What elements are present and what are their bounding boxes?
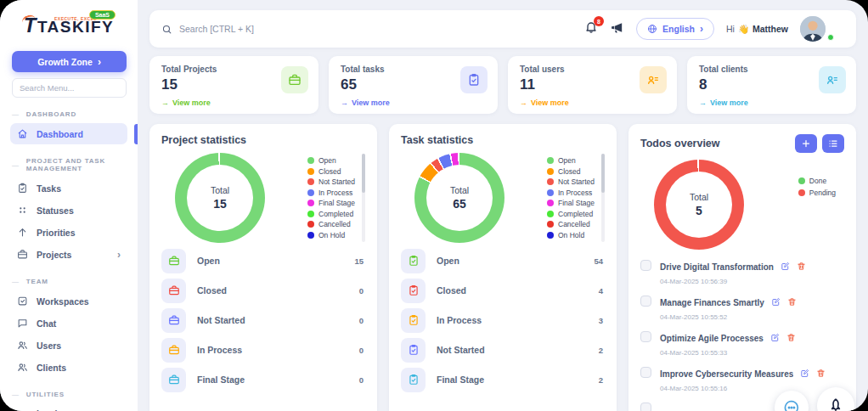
briefcase-icon — [281, 66, 308, 93]
edit-icon[interactable] — [781, 259, 790, 274]
todo-list-button[interactable] — [822, 134, 844, 153]
edit-icon[interactable] — [800, 366, 809, 381]
avatar-image — [800, 16, 826, 42]
rocket-fab-button[interactable] — [817, 387, 854, 411]
chat-fab-button[interactable] — [775, 391, 809, 411]
legend-scrollbar[interactable] — [362, 154, 365, 242]
status-count: 0 — [359, 375, 365, 385]
legend-item[interactable]: In Process — [547, 189, 595, 197]
arrow-right-icon — [699, 99, 707, 107]
legend-item[interactable]: On Hold — [307, 231, 355, 239]
notifications-button[interactable]: 8 — [584, 20, 598, 37]
sidebar-item-projects[interactable]: Projects › — [10, 244, 127, 265]
status-row: Closed 4 — [401, 278, 605, 303]
legend-dot — [307, 189, 314, 196]
trash-icon[interactable] — [786, 330, 796, 346]
briefcase-icon — [161, 249, 186, 273]
tasks-icon — [17, 183, 28, 194]
todo-checkbox[interactable] — [640, 331, 651, 342]
growth-zone-button[interactable]: Growth Zone — [12, 51, 127, 72]
todo-checkbox[interactable] — [640, 260, 651, 271]
todo-checkbox[interactable] — [640, 403, 651, 411]
legend-item[interactable]: Not Started — [547, 177, 595, 186]
todo-checkbox[interactable] — [640, 367, 651, 378]
sidebar-item-statuses[interactable]: Statuses — [10, 200, 127, 221]
users-icon — [17, 340, 28, 351]
stat-card-total-tasks: Total tasks 65 View more — [329, 56, 498, 114]
todo-timestamp: 04-Mar-2025 10:56:39 — [660, 278, 844, 285]
view-more-link[interactable]: View more — [520, 99, 665, 107]
main-content: 8 English Hi👋Matthew — [138, 0, 868, 411]
status-count: 2 — [599, 346, 605, 355]
edit-icon[interactable] — [771, 295, 781, 310]
logo-t-mark: T — [24, 14, 37, 37]
legend-item[interactable]: In Process — [307, 189, 355, 197]
section-label-dashboard: DASHBOARD — [12, 110, 126, 118]
user-avatar[interactable] — [800, 16, 826, 42]
legend-item[interactable]: Pending — [798, 189, 836, 197]
view-more-link[interactable]: View more — [161, 99, 307, 107]
todo-list: Drive Digital Transformation 04-Mar-2025… — [640, 259, 844, 392]
sidebar-item-workspaces[interactable]: Workspaces — [10, 290, 127, 312]
legend-item[interactable]: Closed — [307, 167, 355, 176]
arrow-right-icon — [341, 99, 348, 107]
add-todo-button[interactable] — [795, 134, 817, 153]
sidebar-item-chat[interactable]: Chat — [10, 312, 127, 334]
sidebar-item-priorities[interactable]: Priorities — [10, 222, 127, 243]
task-status-list: Open 54 Closed 4 In Process — [401, 248, 605, 392]
sidebar-item-tasks[interactable]: Tasks — [10, 177, 127, 199]
status-count: 15 — [354, 256, 365, 266]
legend-item[interactable]: Completed — [547, 210, 595, 218]
legend-dot — [547, 221, 554, 228]
legend-item[interactable]: Closed — [547, 167, 595, 176]
view-more-link[interactable]: View more — [341, 99, 486, 107]
legend-dot — [547, 157, 554, 164]
briefcase-icon — [161, 279, 186, 303]
sidebar-item-dashboard[interactable]: Dashboard — [10, 123, 127, 144]
wave-emoji: 👋 — [738, 24, 749, 35]
legend-item[interactable]: On Hold — [547, 231, 595, 239]
legend-item[interactable]: Final Stage — [307, 199, 355, 207]
chevron-icon — [700, 23, 703, 35]
legend-item[interactable]: Completed — [307, 210, 355, 218]
notification-badge: 8 — [594, 16, 604, 26]
todo-checkbox[interactable] — [640, 296, 651, 307]
todo-item: Optimize Agile Processes 04-Mar-2025 10:… — [640, 330, 844, 357]
view-more-link[interactable]: View more — [699, 99, 844, 107]
task-icon — [460, 66, 488, 93]
legend-item[interactable]: Cancelled — [547, 220, 595, 228]
legend-item[interactable]: Open — [547, 156, 595, 165]
list-icon — [828, 138, 838, 149]
legend-item[interactable]: Not Started — [307, 177, 355, 186]
panels-row: Project statistics Total 15 — [149, 124, 856, 411]
chat-bubble-icon — [783, 399, 800, 411]
legend-item[interactable]: Cancelled — [307, 220, 355, 228]
sidebar-item-users[interactable]: Users — [10, 335, 127, 356]
global-search-input[interactable] — [179, 24, 584, 34]
task-icon — [401, 368, 426, 392]
legend-dot — [307, 200, 314, 206]
sidebar-search-input[interactable] — [12, 78, 127, 98]
language-selector[interactable]: English — [636, 18, 714, 40]
legend-dot — [547, 232, 554, 239]
legend-item[interactable]: Final Stage — [547, 199, 595, 207]
online-status-dot — [827, 34, 834, 41]
status-row: Final Stage 0 — [161, 367, 365, 392]
edit-icon[interactable] — [770, 330, 780, 346]
section-label-utilities: UTILITIES — [12, 391, 126, 398]
stat-card-total-projects: Total Projects 15 View more — [149, 56, 318, 114]
briefcase-icon — [161, 338, 186, 363]
sidebar-item-leads-management[interactable]: Leads Management › — [10, 403, 127, 411]
trash-icon[interactable] — [797, 259, 806, 274]
announcements-button[interactable] — [610, 20, 624, 38]
task-statistics-panel: Task statistics Total 65 — [389, 124, 617, 411]
legend-item[interactable]: Open — [307, 156, 355, 165]
todo-item: Manage Finances Smartly 04-Mar-2025 10:5… — [640, 295, 844, 321]
trash-icon[interactable] — [787, 295, 797, 310]
legend-item[interactable]: Done — [798, 177, 836, 185]
sidebar-item-clients[interactable]: Clients — [10, 357, 127, 378]
trash-icon[interactable] — [816, 366, 826, 381]
status-row: Final Stage 2 — [401, 367, 605, 392]
legend-scrollbar[interactable] — [601, 154, 605, 242]
status-count: 2 — [599, 375, 605, 385]
